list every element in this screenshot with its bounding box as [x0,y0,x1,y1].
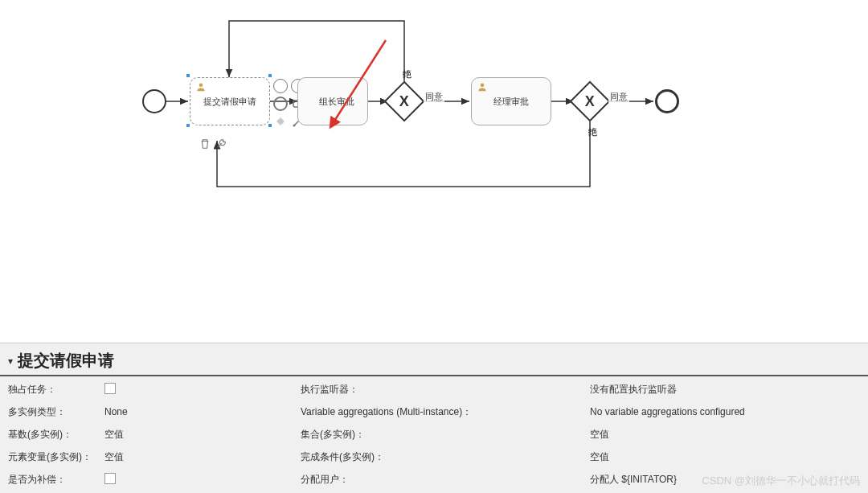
bpmn-canvas[interactable]: 提交请假申请 组长审批 X 经理审批 X [0,0,868,343]
start-event[interactable] [142,89,166,113]
svg-point-6 [199,84,203,88]
append-event-icon[interactable] [273,79,288,93]
prop-value [104,383,281,396]
prop-value[interactable]: 空值 [104,450,281,464]
change-type-icon[interactable] [273,114,288,129]
prop-row-exclusive: 独占任务： [8,381,281,397]
prop-value[interactable]: 空值 [104,428,281,442]
prop-value: 空值 [590,428,860,442]
edge-label-agree: 同意 [424,91,444,103]
wrench-icon[interactable] [215,138,227,152]
user-icon [196,82,206,92]
task-label: 组长审批 [311,96,354,108]
task-label: 经理审批 [493,96,529,108]
sel-handle [186,74,190,77]
sel-handle [268,124,272,127]
prop-label: 完成条件(多实例)： [301,450,397,464]
prop-row-assign: 分配用户： [301,471,571,487]
append-end-icon[interactable] [273,97,288,111]
prop-row-elementvar: 元素变量(多实例)： 空值 [8,449,281,465]
prop-row-listener: 执行监听器： [301,381,571,397]
checkbox[interactable] [104,473,116,484]
prop-value[interactable]: None [104,406,281,417]
prop-row-val: 空值 [590,426,860,442]
prop-label: 集合(多实例)： [301,428,397,442]
prop-row-varagg: Variable aggregations (Multi-instance)： [301,404,571,420]
sel-handle [268,74,272,77]
prop-label: 独占任务： [8,383,104,396]
prop-value: No variable aggregations configured [590,406,860,417]
properties-header[interactable]: ▾ 提交请假申请 [0,343,868,376]
properties-panel: ▾ 提交请假申请 独占任务： 多实例类型： None 基数(多实例)： 空值 元… [0,343,868,493]
svg-point-9 [293,125,296,127]
prop-row-collection: 集合(多实例)： [301,426,571,442]
task-submit-leave[interactable]: 提交请假申请 [190,77,270,125]
end-event[interactable] [655,89,679,113]
prop-label: 是否为补偿： [8,473,104,487]
gateway-1[interactable]: X [384,81,425,122]
prop-label: 执行监听器： [301,383,502,396]
task-manager-approve[interactable]: 经理审批 [471,77,551,125]
task-label: 提交请假申请 [203,96,256,108]
gateway-x-icon: X [399,92,409,109]
gateway-2[interactable]: X [570,81,611,122]
prop-row-multitype: 多实例类型： None [8,404,281,420]
prop-value: 没有配置执行监听器 [590,383,860,396]
prop-row-compensation: 是否为补偿： [8,471,281,487]
delete-icon[interactable] [199,138,211,152]
properties-title: 提交请假申请 [18,350,114,372]
prop-label: 分配用户： [301,473,397,487]
prop-label: Variable aggregations (Multi-instance)： [301,405,510,419]
prop-row-val: No variable aggregations configured [590,404,860,420]
edge-label-agree: 同意 [608,91,629,103]
svg-point-10 [481,84,485,88]
prop-value [104,473,281,487]
prop-col-1: 独占任务： 多实例类型： None 基数(多实例)： 空值 元素变量(多实例)：… [8,381,281,493]
prop-label: 基数(多实例)： [8,428,104,442]
flow-edges [0,0,868,343]
prop-row-val: 空值 [590,449,860,465]
task-leader-approve[interactable]: 组长审批 [297,77,368,125]
watermark: CSDN @刘德华一不小心就打代码 [702,474,860,488]
prop-row-val: 没有配置执行监听器 [590,381,860,397]
prop-label: 多实例类型： [8,405,104,419]
gateway-x-icon: X [585,92,595,109]
sel-handle [186,124,190,127]
prop-label: 元素变量(多实例)： [8,450,104,464]
prop-col-2: 执行监听器： Variable aggregations (Multi-inst… [301,381,571,493]
prop-row-cardinality: 基数(多实例)： 空值 [8,426,281,442]
collapse-icon[interactable]: ▾ [8,355,13,367]
prop-row-completion: 完成条件(多实例)： [301,449,571,465]
prop-value: 空值 [590,450,860,464]
user-icon [477,82,487,92]
checkbox[interactable] [104,383,116,394]
